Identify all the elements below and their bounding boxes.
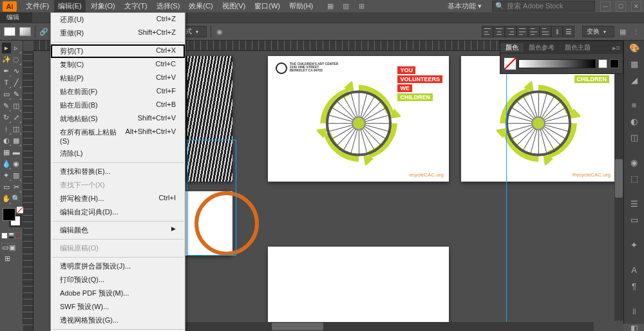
graphic-styles-icon[interactable]: ⬚ [629,174,640,184]
screen-full-icon[interactable]: ▣ [8,243,15,249]
align-right-icon[interactable] [505,26,516,37]
char-panel-icon[interactable]: A [629,265,640,275]
guide-line[interactable] [506,51,507,331]
isolate-icon[interactable]: ▦ [618,27,627,36]
black-swatch[interactable] [610,59,619,68]
panel-tab-theme[interactable]: 颜色主题 [560,43,596,52]
more-icon[interactable]: ⋮ [631,27,640,36]
blend-tool[interactable]: ◉ [12,158,21,169]
menu-item[interactable]: 查找下一个(X) [51,178,185,192]
pen-tool[interactable]: ✒ [2,66,12,77]
align-left-icon[interactable] [482,26,493,37]
menu-item[interactable]: 清除(L) [51,147,185,160]
dist-v-icon[interactable]: ☰ [563,26,574,37]
bridge-icon[interactable]: ▦ [326,2,335,11]
window-max-icon[interactable]: ☐ [616,1,626,12]
gradient-panel-icon[interactable]: ◐ [629,117,640,126]
menu-help[interactable]: 帮助(H) [285,0,317,12]
draw-behind-icon[interactable] [8,232,15,239]
type-tool[interactable]: T [2,77,12,88]
symbol-tool[interactable]: ✦ [2,170,12,181]
shaper-tool[interactable]: ✎ [2,100,12,111]
menu-item[interactable]: 贴在后面(B)Ctrl+B [51,99,185,112]
pathfinder-panel-icon[interactable]: ◧ [629,323,640,331]
symbols-panel-icon[interactable]: ✦ [629,240,640,250]
hand-tool[interactable]: ✋ [2,193,12,204]
menu-item[interactable]: 编辑颜色▶ [51,223,185,237]
color-fill-stroke[interactable] [3,208,22,227]
layers-panel-icon[interactable]: ☰ [629,199,640,209]
menu-file[interactable]: 文件(F) [22,0,53,12]
menu-window[interactable]: 窗口(W) [251,0,284,12]
direct-select-tool[interactable]: ▹ [12,43,21,53]
fill-swatch[interactable] [4,27,15,36]
panel-menu-icon[interactable]: ▸≡ [610,44,623,52]
transform-button[interactable]: 变换 [582,26,614,37]
menu-view[interactable]: 视图(V) [218,0,250,12]
menu-item[interactable]: 查找和替换(E)... [51,165,185,178]
width-tool[interactable]: ⟊ [2,124,12,135]
rotate-tool[interactable]: ↻ [2,112,12,123]
arrange-icon[interactable]: ▥ [341,2,350,11]
window-min-icon[interactable]: ─ [600,1,611,12]
scale-tool[interactable]: ⤢ [12,112,21,123]
align-vcenter-icon[interactable] [528,26,540,37]
change-screen-icon[interactable]: ⊞ [2,253,13,264]
align-panel-icon[interactable]: ⫴ [629,307,640,317]
menu-item[interactable]: 剪切(T)Ctrl+X [51,44,185,58]
appearance-panel-icon[interactable]: ◉ [629,158,640,167]
line-tool[interactable]: ╱ [12,77,21,88]
slice-tool[interactable]: ✂ [12,182,21,193]
window-close-icon[interactable]: ✕ [631,1,641,12]
menu-item[interactable]: 透明度拼合器预设(J)... [51,260,185,273]
draw-inside-icon[interactable] [15,232,21,239]
panel-tab-guide[interactable]: 颜色参考 [524,43,560,52]
menu-object[interactable]: 对象(O) [87,0,119,12]
grid-icon[interactable]: ⊞ [357,2,366,11]
rectangle-tool[interactable]: ▭ [2,89,12,100]
artboard-tool[interactable]: ▭ [2,182,12,193]
recolor-icon[interactable]: ◉ [215,27,224,36]
color-panel-icon[interactable]: 🎨 [629,43,640,53]
menu-item[interactable]: 贴在前面(F)Ctrl+F [51,85,185,99]
draw-normal-icon[interactable] [1,232,8,239]
ruler-vertical[interactable] [23,51,33,331]
panel-tab-color[interactable]: 颜色 [500,43,524,52]
para-panel-icon[interactable]: ¶ [629,281,640,291]
menu-item[interactable]: 重做(R)Shift+Ctrl+Z [51,26,185,40]
dist-h-icon[interactable]: ⫴ [551,26,563,37]
align-hcenter-icon[interactable] [493,26,505,37]
menu-select[interactable]: 选择(S) [153,0,184,12]
shape-builder-tool[interactable]: ◐ [2,135,12,146]
eyedropper-tool[interactable]: 💧 [2,158,12,169]
brushes-panel-icon[interactable]: ◢ [629,75,640,85]
document-tab[interactable]: 编辑 [0,12,32,23]
menu-effect[interactable]: 效果(C) [185,0,216,12]
menu-item[interactable]: 拼写检查(H)...Ctrl+I [51,192,185,205]
color-ramp[interactable] [518,59,596,68]
mesh-tool[interactable]: ▦ [2,147,12,158]
selection-tool[interactable]: ▸ [2,43,12,53]
menu-item[interactable]: 编辑原稿(O) [51,241,185,255]
menu-item[interactable]: 在所有画板上粘贴(S)Alt+Shift+Ctrl+V [51,126,185,147]
menu-item[interactable]: Adobe PDF 预设(M)... [51,287,185,300]
transparency-panel-icon[interactable]: ◫ [629,133,640,142]
artboards-panel-icon[interactable]: ▭ [629,215,640,225]
graph-tool[interactable]: ▥ [12,170,21,181]
gradient-tool[interactable]: ▬ [12,147,21,158]
stroke-swatch[interactable] [19,27,31,36]
curvature-tool[interactable]: ∿ [12,66,21,77]
align-top-icon[interactable] [516,26,528,37]
swatches-panel-icon[interactable]: ▦ [629,59,640,69]
menu-item[interactable]: SWF 预设(W)... [51,300,185,314]
zoom-tool[interactable]: 🔍 [12,193,21,204]
magic-wand-tool[interactable]: ✨ [2,54,12,65]
menu-item[interactable]: 复制(C)Ctrl+C [51,58,185,71]
link-icon[interactable]: 🔗 [39,27,48,36]
free-transform-tool[interactable]: ◫ [12,124,21,135]
menu-item[interactable]: 就地粘贴(S)Shift+Ctrl+V [51,112,185,126]
white-swatch[interactable] [598,59,607,68]
screen-normal-icon[interactable]: ▭ [1,243,8,249]
menu-item[interactable]: 粘贴(P)Ctrl+V [51,71,185,85]
align-bottom-icon[interactable] [540,26,551,37]
